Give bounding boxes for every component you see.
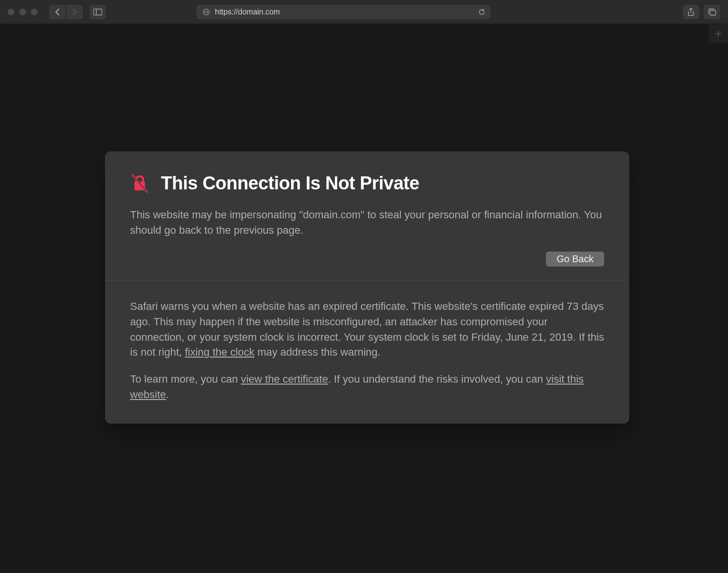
globe-icon [202, 8, 210, 16]
warning-card-top: This Connection Is Not Private This webs… [105, 151, 629, 280]
sidebar-toggle-button[interactable] [90, 5, 106, 19]
reload-button[interactable] [478, 8, 486, 16]
window-close-button[interactable] [8, 9, 14, 15]
tabs-icon [708, 8, 716, 16]
browser-toolbar: https://domain.com [0, 0, 728, 24]
svg-rect-5 [710, 10, 716, 15]
learn-text-3: . [166, 388, 169, 400]
warning-detail-paragraph-1: Safari warns you when a website has an e… [130, 299, 604, 360]
chevron-right-icon [72, 8, 77, 16]
address-bar-url: https://domain.com [215, 8, 280, 16]
learn-text-1: To learn more, you can [130, 373, 241, 385]
go-back-button[interactable]: Go Back [546, 252, 604, 267]
fixing-clock-link[interactable]: fixing the clock [185, 346, 254, 358]
detail-text-2: may address this warning. [254, 346, 381, 358]
warning-title-row: This Connection Is Not Private [130, 173, 604, 194]
warning-card-details: Safari warns you when a website has an e… [105, 280, 629, 424]
tabs-overview-button[interactable] [704, 5, 720, 19]
window-zoom-button[interactable] [31, 9, 38, 15]
learn-text-2: . If you understand the risks involved, … [328, 373, 546, 385]
warning-body-text: This website may be impersonating "domai… [130, 207, 604, 238]
warning-title: This Connection Is Not Private [161, 173, 419, 194]
insecure-lock-icon [130, 173, 149, 194]
sidebar-icon [93, 9, 102, 15]
reload-icon [478, 8, 486, 16]
connection-warning-card: This Connection Is Not Private This webs… [105, 151, 629, 424]
view-certificate-link[interactable]: view the certificate [241, 373, 328, 385]
window-traffic-lights [8, 9, 38, 15]
share-icon [687, 8, 695, 16]
chevron-left-icon [55, 8, 60, 16]
content-area: This Connection Is Not Private This webs… [0, 24, 728, 573]
new-tab-button[interactable] [709, 24, 728, 43]
back-button[interactable] [49, 5, 66, 19]
toolbar-right-buttons [683, 5, 720, 19]
warning-button-row: Go Back [130, 252, 604, 267]
address-bar[interactable]: https://domain.com [197, 5, 490, 19]
forward-button[interactable] [66, 5, 83, 19]
plus-icon [715, 30, 722, 37]
nav-back-forward-group [49, 5, 83, 19]
svg-rect-0 [94, 9, 102, 15]
window-minimize-button[interactable] [19, 9, 26, 15]
warning-detail-paragraph-2: To learn more, you can view the certific… [130, 372, 604, 402]
share-button[interactable] [683, 5, 699, 19]
